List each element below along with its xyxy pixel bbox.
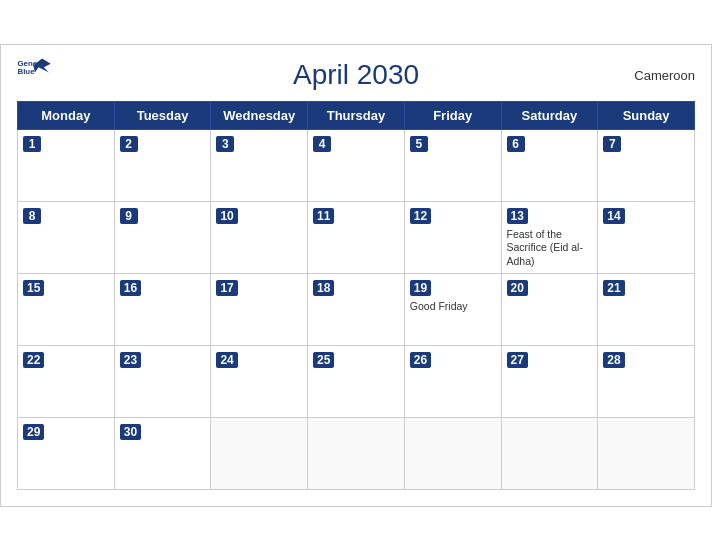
header-sunday: Sunday [598,101,695,129]
calendar-container: General Blue April 2030 Cameroon Monday … [0,44,712,507]
day-cell: 4 [308,129,405,201]
day-number: 14 [603,208,624,224]
day-cell [211,417,308,489]
day-cell: 16 [114,273,211,345]
day-cell: 6 [501,129,598,201]
event-text: Good Friday [410,300,496,314]
day-number: 30 [120,424,141,440]
logo-icon: General Blue [17,55,53,83]
day-cell: 28 [598,345,695,417]
header-friday: Friday [404,101,501,129]
day-number: 10 [216,208,237,224]
day-cell [308,417,405,489]
event-text: Feast of the Sacrifice (Eid al-Adha) [507,228,593,269]
day-number: 4 [313,136,331,152]
day-number: 15 [23,280,44,296]
week-row-3: 1516171819Good Friday2021 [18,273,695,345]
day-number: 26 [410,352,431,368]
day-cell: 1 [18,129,115,201]
day-number: 17 [216,280,237,296]
calendar-table: Monday Tuesday Wednesday Thursday Friday… [17,101,695,490]
day-number: 6 [507,136,525,152]
day-number: 22 [23,352,44,368]
svg-text:Blue: Blue [18,67,36,76]
day-number: 29 [23,424,44,440]
day-number: 7 [603,136,621,152]
calendar-title: April 2030 [293,59,419,91]
day-cell [501,417,598,489]
header-monday: Monday [18,101,115,129]
day-cell: 24 [211,345,308,417]
week-row-4: 22232425262728 [18,345,695,417]
day-cell: 10 [211,201,308,273]
day-cell: 2 [114,129,211,201]
day-cell: 18 [308,273,405,345]
logo-area: General Blue [17,55,53,83]
day-cell: 27 [501,345,598,417]
week-row-1: 1234567 [18,129,695,201]
day-cell: 20 [501,273,598,345]
day-cell: 11 [308,201,405,273]
day-cell: 3 [211,129,308,201]
day-number: 5 [410,136,428,152]
header-wednesday: Wednesday [211,101,308,129]
day-cell: 5 [404,129,501,201]
calendar-header: General Blue April 2030 Cameroon [17,55,695,95]
header-tuesday: Tuesday [114,101,211,129]
day-number: 16 [120,280,141,296]
day-number: 12 [410,208,431,224]
day-cell: 30 [114,417,211,489]
day-number: 25 [313,352,334,368]
day-number: 13 [507,208,528,224]
day-number: 1 [23,136,41,152]
calendar-body: 12345678910111213Feast of the Sacrifice … [18,129,695,489]
header-saturday: Saturday [501,101,598,129]
day-number: 19 [410,280,431,296]
week-row-2: 8910111213Feast of the Sacrifice (Eid al… [18,201,695,273]
day-number: 18 [313,280,334,296]
day-cell: 22 [18,345,115,417]
day-cell: 12 [404,201,501,273]
day-cell: 8 [18,201,115,273]
day-number: 11 [313,208,334,224]
day-cell: 25 [308,345,405,417]
day-cell: 21 [598,273,695,345]
day-cell [598,417,695,489]
day-cell: 23 [114,345,211,417]
day-number: 20 [507,280,528,296]
day-number: 3 [216,136,234,152]
day-cell: 19Good Friday [404,273,501,345]
day-cell [404,417,501,489]
day-number: 23 [120,352,141,368]
day-number: 21 [603,280,624,296]
day-number: 9 [120,208,138,224]
day-number: 24 [216,352,237,368]
header-thursday: Thursday [308,101,405,129]
day-cell: 29 [18,417,115,489]
day-number: 28 [603,352,624,368]
day-number: 2 [120,136,138,152]
day-number: 27 [507,352,528,368]
weekday-header-row: Monday Tuesday Wednesday Thursday Friday… [18,101,695,129]
day-cell: 26 [404,345,501,417]
day-cell: 15 [18,273,115,345]
country-label: Cameroon [634,67,695,82]
week-row-5: 2930 [18,417,695,489]
day-cell: 17 [211,273,308,345]
day-cell: 7 [598,129,695,201]
day-cell: 9 [114,201,211,273]
day-cell: 14 [598,201,695,273]
day-cell: 13Feast of the Sacrifice (Eid al-Adha) [501,201,598,273]
day-number: 8 [23,208,41,224]
